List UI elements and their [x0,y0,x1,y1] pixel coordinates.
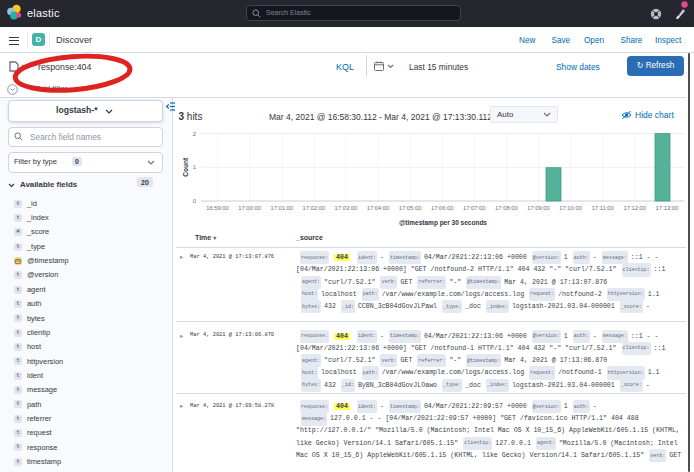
svg-text:17:07:00: 17:07:00 [463,205,486,211]
svg-text:0: 0 [193,198,197,204]
svg-text:17:02:00: 17:02:00 [303,205,326,211]
svg-text:17:00:00: 17:00:00 [238,205,261,211]
svg-text:16:59:00: 16:59:00 [206,205,229,211]
svg-text:17:09:00: 17:09:00 [527,205,550,211]
svg-text:17:12:00: 17:12:00 [624,205,647,211]
svg-text:17:05:00: 17:05:00 [399,205,422,211]
svg-text:17:10:00: 17:10:00 [559,205,582,211]
svg-text:@timestamp per 30 seconds: @timestamp per 30 seconds [399,219,487,227]
svg-text:Count: Count [182,157,189,177]
svg-text:17:03:00: 17:03:00 [335,205,358,211]
svg-text:2: 2 [193,131,197,137]
svg-text:17:06:00: 17:06:00 [431,205,454,211]
svg-text:17:13:00: 17:13:00 [656,205,679,211]
svg-text:17:11:00: 17:11:00 [592,205,614,211]
svg-text:17:01:00: 17:01:00 [270,205,293,211]
svg-text:1: 1 [193,164,197,170]
svg-text:17:08:00: 17:08:00 [495,205,518,211]
svg-text:17:04:00: 17:04:00 [367,205,390,211]
